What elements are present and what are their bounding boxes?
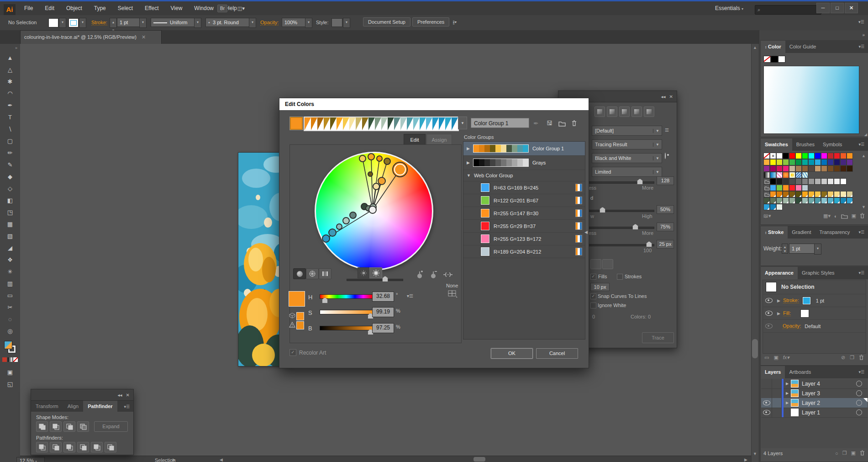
eyedropper-icon[interactable]: ✒ <box>533 120 539 127</box>
swatch[interactable] <box>776 165 783 172</box>
opacity-eye-icon[interactable] <box>765 324 773 329</box>
wheel-marker[interactable] <box>368 206 377 214</box>
opacity-link[interactable]: Opacity: <box>260 20 279 26</box>
method-abutting-button[interactable] <box>590 259 601 269</box>
swatch[interactable] <box>795 178 802 185</box>
swatch[interactable] <box>783 178 789 185</box>
bridge-button[interactable]: Br <box>217 5 227 12</box>
swatch[interactable] <box>834 178 840 185</box>
fill-swatch[interactable] <box>48 18 58 27</box>
folder-swatch[interactable] <box>763 191 770 197</box>
menu-edit[interactable]: Edit <box>39 1 60 15</box>
shape-builder-tool[interactable]: ◧ <box>0 195 20 207</box>
gradient-tool[interactable]: ▧ <box>0 230 20 242</box>
vertical-scrollbar-thumb[interactable] <box>752 339 758 358</box>
color-strip-dropdown[interactable]: ▼ <box>458 117 467 129</box>
dialog-titlebar[interactable]: Edit Colors <box>279 98 589 110</box>
panel-collapse-icon[interactable]: ◂◂ <box>661 94 666 99</box>
strip-swatch[interactable] <box>426 117 432 130</box>
trace-preset-high-color-icon[interactable] <box>607 106 617 117</box>
brightness-slider[interactable] <box>347 279 403 281</box>
swatch[interactable] <box>789 178 795 185</box>
fill-dropdown[interactable]: ▾ <box>59 18 66 28</box>
pat-pink-swatch[interactable] <box>776 172 783 178</box>
corners-slider[interactable] <box>589 227 654 229</box>
selection-tool[interactable]: ▲ <box>0 52 20 64</box>
shape-mode-unite-button[interactable] <box>36 421 48 432</box>
wheel-marker[interactable] <box>384 158 391 165</box>
entry-swatch[interactable] <box>481 247 489 256</box>
strip-swatch[interactable] <box>388 117 394 130</box>
swatch[interactable] <box>815 165 821 172</box>
strip-swatch[interactable] <box>452 117 458 130</box>
white-proxy[interactable] <box>778 56 785 63</box>
expand-button[interactable]: Expand <box>94 421 128 432</box>
pathfinder-divide-button[interactable] <box>36 442 48 452</box>
pf-close-icon[interactable]: ✕ <box>126 393 130 398</box>
swatch-kinds-icon[interactable]: ▦▾ <box>823 213 831 219</box>
trace-preset-auto-icon[interactable] <box>594 106 605 117</box>
wheel-marker-current[interactable] <box>394 164 406 175</box>
document-tab[interactable]: colouring-in-live-trace.ai* @ 12.5% (RGB… <box>20 30 162 44</box>
tab-swatches[interactable]: Swatches <box>761 138 792 151</box>
web-color-entry[interactable]: R=122 G=201 B=67 <box>463 194 585 207</box>
column-graph-tool[interactable]: ▥ <box>0 278 20 290</box>
wheel-marker[interactable] <box>359 155 366 162</box>
swatch[interactable] <box>783 165 789 172</box>
entry-type-icon[interactable] <box>575 222 582 230</box>
eyedropper-tool[interactable]: ◢ <box>0 242 20 254</box>
opacity-dropdown[interactable]: ▾ <box>305 18 312 28</box>
swatch[interactable] <box>847 165 853 172</box>
global-swatch[interactable] <box>802 191 808 197</box>
preferences-button[interactable]: Preferences <box>412 17 449 27</box>
group-collapse-icon[interactable]: ▼ <box>467 173 471 178</box>
blend-tool[interactable]: ❖ <box>0 254 20 266</box>
swatch[interactable] <box>827 165 834 172</box>
pathfinder-merge-button[interactable] <box>63 442 75 452</box>
saturation-value[interactable]: 99.19 <box>372 307 394 317</box>
web-color-entry[interactable]: R=255 G=29 B=37 <box>463 220 585 233</box>
snap-checkbox[interactable]: ✓ <box>590 293 596 299</box>
none-swatch[interactable] <box>763 153 770 159</box>
swatches-panel-menu-icon[interactable]: ▾☰ <box>858 138 868 151</box>
wheel-segmented-button[interactable] <box>306 268 319 279</box>
limit-library-icon[interactable] <box>448 290 459 298</box>
swatch[interactable] <box>808 159 815 165</box>
noise-value[interactable]: 25 px <box>657 240 674 249</box>
grad-blue-swatch[interactable] <box>770 172 776 178</box>
menu-effect[interactable]: Effect <box>139 1 164 15</box>
pathfinder-crop-button[interactable] <box>77 442 89 452</box>
swatch[interactable] <box>847 159 853 165</box>
fill-proxy[interactable] <box>4 341 12 349</box>
swatch[interactable] <box>840 165 847 172</box>
swatch[interactable] <box>763 165 770 172</box>
symbol-sprayer-tool[interactable]: ✳ <box>0 266 20 278</box>
pathfinder-titlebar[interactable]: ◂◂ ✕ <box>31 389 133 401</box>
new-stroke-icon[interactable]: ▭ <box>764 355 769 361</box>
layer-expand-icon[interactable]: ▶ <box>784 401 791 405</box>
layer-target-icon[interactable] <box>856 381 862 387</box>
color-button[interactable] <box>2 357 7 362</box>
menu-select[interactable]: Select <box>112 1 139 15</box>
tab-pathfinder[interactable]: Pathfinder <box>83 401 117 412</box>
global-swatch[interactable] <box>795 197 802 204</box>
layer-row-layer-2[interactable]: ▶Layer 2 <box>761 398 868 408</box>
color-group-row[interactable]: ▶Color Group 1 <box>463 142 585 156</box>
new-color-group-icon[interactable] <box>841 213 848 219</box>
tab-align[interactable]: Align <box>63 401 83 412</box>
global-swatch[interactable] <box>847 197 853 204</box>
color-spectrum-ramp[interactable] <box>763 66 859 134</box>
zoom-tool[interactable]: ◎ <box>0 325 20 337</box>
layer-name[interactable]: Layer 2 <box>802 400 820 406</box>
swatch[interactable] <box>840 153 847 159</box>
swatch[interactable] <box>827 159 834 165</box>
web-color-group-row[interactable]: ▼Web Color Group <box>463 170 585 181</box>
strip-swatch[interactable] <box>445 117 452 130</box>
global-swatch[interactable] <box>770 204 776 210</box>
appearance-fill-label[interactable]: Fill: <box>783 310 791 316</box>
color-group-wheel-icon[interactable]: ◐ <box>834 213 837 219</box>
appearance-stroke-label[interactable]: Stroke: <box>783 297 799 303</box>
layer-target-icon[interactable] <box>856 400 862 406</box>
trace-mode-select[interactable]: Black and White▼ <box>592 153 662 163</box>
control-panel-menu-icon[interactable]: ▾☰ <box>858 20 864 24</box>
